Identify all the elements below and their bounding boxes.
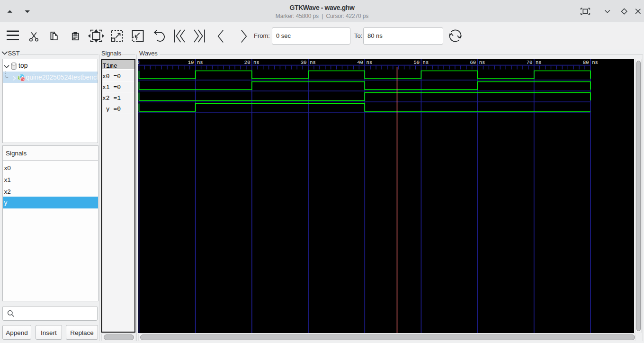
svg-text:60: 60 [470, 60, 476, 65]
svg-text:70: 70 [527, 60, 533, 65]
svg-text:10: 10 [188, 60, 194, 65]
svg-text:20: 20 [244, 60, 250, 65]
svg-text:ns: ns [310, 60, 316, 65]
svg-text:ns: ns [479, 60, 485, 65]
svg-text:80: 80 [583, 60, 589, 65]
svg-text:ns: ns [366, 60, 372, 65]
svg-text:40: 40 [357, 60, 363, 65]
svg-text:ns: ns [536, 60, 542, 65]
svg-text:0: 0 [138, 60, 140, 65]
svg-text:30: 30 [301, 60, 307, 65]
svg-text:ns: ns [592, 60, 598, 65]
svg-text:ns: ns [253, 60, 259, 65]
svg-text:ns: ns [423, 60, 429, 65]
svg-text:ns: ns [197, 60, 203, 65]
svg-text:50: 50 [413, 60, 420, 65]
